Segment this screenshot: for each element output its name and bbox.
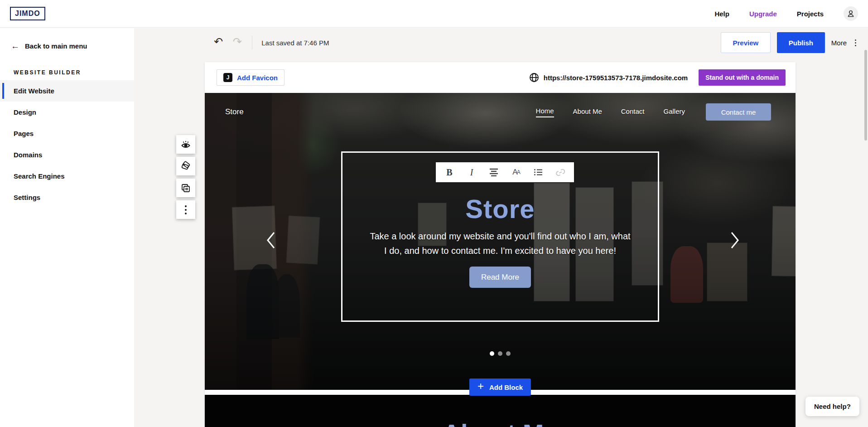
sidebar-item-edit-website[interactable]: Edit Website: [0, 80, 134, 102]
add-favicon-label: Add Favicon: [237, 74, 278, 82]
sidebar-item-label: Edit Website: [14, 87, 54, 95]
domain-bar: https://store-1759513573-7178.jimdosite.…: [529, 69, 786, 86]
sidebar-item-label: Settings: [14, 194, 40, 201]
italic-icon[interactable]: I: [467, 167, 477, 177]
back-label: Back to main menu: [25, 42, 87, 50]
sidebar: ← Back to main menu WEBSITE BUILDER Edit…: [0, 28, 134, 427]
back-arrow-icon: ←: [11, 42, 19, 50]
scrollbar-thumb[interactable]: [864, 50, 867, 141]
block-more-button[interactable]: [176, 200, 195, 219]
carousel-prev-icon[interactable]: [265, 231, 276, 249]
duplicate-block-button[interactable]: [176, 179, 195, 197]
carousel-dots: [490, 351, 511, 356]
kebab-menu-icon: [853, 38, 858, 48]
need-help-button[interactable]: Need help?: [805, 397, 859, 416]
publish-button[interactable]: Publish: [777, 32, 825, 53]
site-nav-links: Home About Me Contact Gallery: [536, 107, 685, 117]
preview-button[interactable]: Preview: [721, 32, 771, 53]
edit-toolbar: ↶ ↶ Last saved at 7:46 PM Preview Publis…: [134, 28, 868, 57]
eye-icon: [180, 140, 191, 150]
text-format-toolbar: B I AA: [436, 162, 574, 182]
sidebar-item-domains[interactable]: Domains: [0, 144, 134, 165]
bold-icon[interactable]: B: [444, 167, 454, 177]
preview-block-button[interactable]: [176, 135, 195, 154]
site-url-group[interactable]: https://store-1759513573-7178.jimdosite.…: [529, 73, 688, 82]
hero-section[interactable]: Store Home About Me Contact Gallery Cont…: [205, 93, 796, 390]
site-nav-home[interactable]: Home: [536, 107, 554, 117]
link-icon[interactable]: [555, 167, 565, 177]
hero-body-text[interactable]: Take a look around my website and you'll…: [369, 229, 632, 258]
website-canvas: J Add Favicon https://store-1759513573-7…: [205, 62, 796, 427]
favicon-badge-icon: J: [223, 73, 232, 82]
jimdo-logo-text: JIMDO: [15, 10, 40, 17]
header-nav: Help Upgrade Projects: [714, 6, 858, 21]
sidebar-section-title: WEBSITE BUILDER: [0, 50, 134, 80]
back-to-main-menu[interactable]: ← Back to main menu: [0, 28, 134, 50]
about-section-title: About Me: [205, 418, 796, 427]
help-link[interactable]: Help: [714, 10, 729, 18]
sidebar-item-label: Domains: [14, 151, 42, 159]
history-controls: ↶ ↶: [214, 36, 242, 49]
list-icon[interactable]: [533, 167, 543, 177]
app-header: JIMDO Help Upgrade Projects: [0, 0, 868, 28]
user-icon: [846, 9, 855, 18]
sidebar-item-pages[interactable]: Pages: [0, 123, 134, 144]
globe-icon: [529, 73, 539, 82]
site-nav-gallery[interactable]: Gallery: [663, 107, 685, 117]
plus-icon: +: [477, 381, 484, 392]
hero-title[interactable]: Store: [205, 194, 796, 224]
site-brand[interactable]: Store: [225, 107, 244, 116]
align-center-icon[interactable]: [489, 167, 499, 177]
site-url: https://store-1759513573-7178.jimdosite.…: [544, 74, 688, 82]
carousel-dot-3[interactable]: [506, 351, 511, 356]
carousel-dot-1[interactable]: [490, 351, 494, 356]
design-block-button[interactable]: [176, 157, 195, 175]
projects-link[interactable]: Projects: [797, 10, 824, 18]
swatches-icon: [180, 161, 191, 172]
sidebar-item-label: Design: [14, 108, 36, 116]
about-section: About Me: [205, 395, 796, 427]
publish-controls: Preview Publish More: [721, 32, 858, 53]
jimdo-logo[interactable]: JIMDO: [10, 7, 45, 20]
sidebar-item-label: Search Engines: [14, 172, 65, 180]
kebab-menu-icon: [185, 205, 187, 214]
add-block-label: Add Block: [489, 383, 523, 391]
copy-icon: [181, 183, 191, 193]
upgrade-link[interactable]: Upgrade: [749, 10, 777, 18]
sidebar-item-label: Pages: [14, 130, 34, 137]
carousel-next-icon[interactable]: [729, 231, 740, 249]
canvas-topbar: J Add Favicon https://store-1759513573-7…: [205, 62, 796, 93]
font-style-icon[interactable]: AA: [511, 167, 521, 177]
site-navbar: Store Home About Me Contact Gallery Cont…: [205, 93, 796, 131]
domain-cta-button[interactable]: Stand out with a domain: [699, 69, 786, 86]
last-saved-status: Last saved at 7:46 PM: [261, 39, 329, 47]
add-block-button[interactable]: + Add Block: [469, 378, 531, 396]
redo-icon[interactable]: ↶: [233, 35, 242, 48]
sidebar-item-settings[interactable]: Settings: [0, 187, 134, 208]
site-nav-contact[interactable]: Contact: [621, 107, 645, 117]
sidebar-item-design[interactable]: Design: [0, 102, 134, 123]
read-more-button[interactable]: Read More: [469, 267, 531, 288]
sidebar-item-search-engines[interactable]: Search Engines: [0, 165, 134, 187]
contact-me-button[interactable]: Contact me: [706, 103, 771, 121]
toolbar-divider: [252, 36, 252, 49]
more-menu[interactable]: More: [831, 38, 858, 48]
site-nav-about-me[interactable]: About Me: [573, 107, 602, 117]
account-avatar[interactable]: [844, 6, 858, 21]
add-favicon-button[interactable]: J Add Favicon: [217, 69, 285, 86]
block-tools: [176, 135, 195, 219]
undo-icon[interactable]: ↶: [214, 35, 223, 48]
more-label: More: [831, 39, 847, 47]
carousel-dot-2[interactable]: [498, 351, 502, 356]
page-scrollbar[interactable]: [863, 28, 868, 427]
